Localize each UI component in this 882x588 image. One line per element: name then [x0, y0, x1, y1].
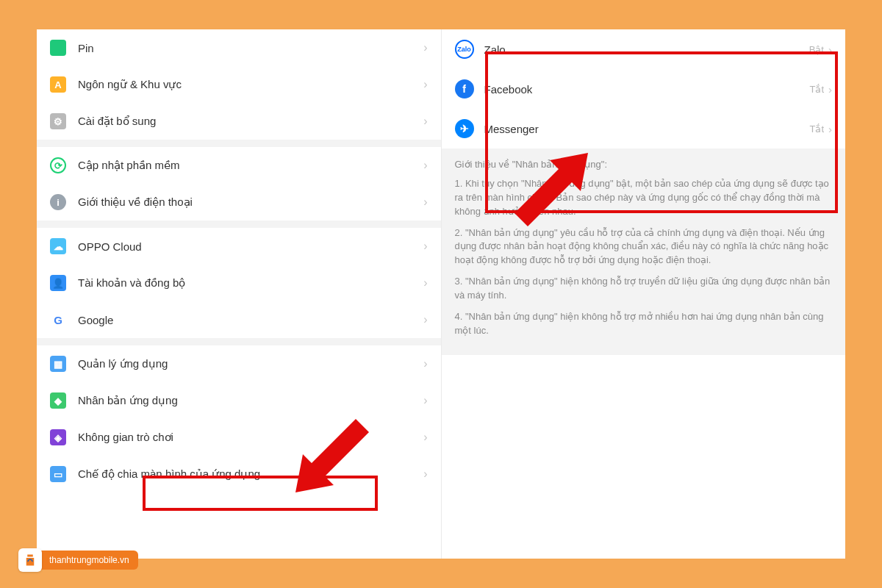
setting-label: Ngôn ngữ & Khu vực [78, 78, 423, 91]
chevron-right-icon: › [423, 357, 427, 370]
battery-icon [50, 40, 66, 56]
setting-app-management[interactable]: ▦ Quản lý ứng dụng › [37, 345, 441, 382]
setting-label: OPPO Cloud [78, 240, 423, 253]
setting-label: Cài đặt bổ sung [78, 115, 423, 128]
info-title: Giới thiệu về "Nhân bản ứng dụng": [455, 159, 833, 170]
setting-app-clone[interactable]: ◆ Nhân bản ứng dụng › [37, 382, 441, 419]
zalo-icon: Zalo [455, 40, 474, 59]
chevron-right-icon: › [423, 115, 427, 128]
app-name: Facebook [484, 83, 810, 96]
setting-google[interactable]: G Google › [37, 301, 441, 338]
app-name: Messenger [484, 123, 810, 135]
split-icon: ▭ [50, 466, 66, 482]
setting-label: Quản lý ứng dụng [78, 357, 423, 370]
app-state: Tắt [809, 84, 824, 95]
app-name: Zalo [484, 43, 809, 56]
chevron-right-icon: › [423, 431, 427, 444]
clone-icon: ◆ [50, 392, 66, 409]
gear-icon: ⚙ [50, 113, 66, 129]
setting-label: Pin [78, 42, 423, 54]
app-row-messenger[interactable]: ✈ Messenger Tắt › [442, 109, 846, 148]
setting-language[interactable]: A Ngôn ngữ & Khu vực › [37, 66, 441, 103]
chevron-right-icon: › [828, 83, 832, 96]
watermark-text: thanhtrungmobile.vn [39, 551, 138, 570]
chevron-right-icon: › [828, 43, 832, 56]
app-state: Bật [809, 44, 824, 55]
app-state: Tắt [809, 123, 824, 135]
watermark-badge: thanhtrungmobile.vn [18, 548, 138, 572]
apps-icon: ▦ [50, 356, 66, 372]
chevron-right-icon: › [423, 313, 427, 326]
setting-label: Google [78, 314, 423, 326]
update-icon: ⟳ [50, 157, 66, 173]
chevron-right-icon: › [423, 467, 427, 481]
chevron-right-icon: › [423, 240, 427, 253]
setting-label: Giới thiệu về điện thoại [78, 196, 423, 209]
setting-label: Tài khoản và đồng bộ [78, 276, 423, 290]
chevron-right-icon: › [423, 276, 427, 290]
info-paragraph: 3. "Nhân bản ứng dụng" hiện không hỗ trợ… [455, 275, 833, 303]
divider [37, 338, 441, 345]
setting-about[interactable]: i Giới thiệu về điện thoại › [37, 184, 441, 220]
chevron-right-icon: › [828, 123, 832, 135]
setting-label: Cập nhật phần mềm [78, 159, 423, 172]
tutorial-frame: Pin › A Ngôn ngữ & Khu vực › ⚙ Cài đặt b… [37, 29, 845, 559]
info-icon: i [50, 194, 66, 210]
chevron-right-icon: › [423, 196, 427, 209]
cloud-icon: ☁ [50, 238, 66, 254]
setting-update[interactable]: ⟳ Cập nhật phần mềm › [37, 147, 441, 184]
chevron-right-icon: › [423, 394, 427, 407]
divider [37, 140, 441, 147]
settings-panel: Pin › A Ngôn ngữ & Khu vực › ⚙ Cài đặt b… [37, 29, 442, 559]
chevron-right-icon: › [423, 159, 427, 172]
setting-label: Không gian trò chơi [78, 431, 423, 444]
watermark-logo-icon [18, 548, 42, 572]
google-icon: G [50, 312, 66, 328]
game-icon: ◈ [50, 429, 66, 445]
divider [37, 220, 441, 228]
chevron-right-icon: › [423, 78, 427, 91]
setting-label: Nhân bản ứng dụng [78, 394, 423, 407]
account-icon: 👤 [50, 275, 66, 291]
language-icon: A [50, 76, 66, 93]
setting-cloud[interactable]: ☁ OPPO Cloud › [37, 228, 441, 265]
messenger-icon: ✈ [455, 119, 474, 138]
clone-panel: Zalo Zalo Bật › f Facebook Tắt › ✈ Messe… [442, 29, 846, 559]
app-row-facebook[interactable]: f Facebook Tắt › [442, 69, 846, 109]
setting-game-space[interactable]: ◈ Không gian trò chơi › [37, 419, 441, 456]
info-paragraph: 4. "Nhân bản ứng dụng" hiện không hỗ trợ… [455, 310, 833, 338]
setting-label: Chế độ chia màn hình của ứng dụng [78, 467, 423, 481]
setting-additional[interactable]: ⚙ Cài đặt bổ sung › [37, 103, 441, 140]
setting-split-screen[interactable]: ▭ Chế độ chia màn hình của ứng dụng › [37, 456, 441, 492]
info-section: Giới thiệu về "Nhân bản ứng dụng": 1. Kh… [442, 148, 846, 355]
app-row-zalo[interactable]: Zalo Zalo Bật › [442, 29, 846, 69]
setting-account[interactable]: 👤 Tài khoản và đồng bộ › [37, 265, 441, 301]
setting-pin[interactable]: Pin › [37, 29, 441, 66]
info-paragraph: 2. "Nhân bản ứng dụng" yêu cầu hỗ trợ củ… [455, 226, 833, 268]
facebook-icon: f [455, 79, 474, 98]
info-paragraph: 1. Khi tùy chọn "Nhân bản ứng dụng" bật,… [455, 177, 833, 219]
chevron-right-icon: › [423, 41, 427, 54]
